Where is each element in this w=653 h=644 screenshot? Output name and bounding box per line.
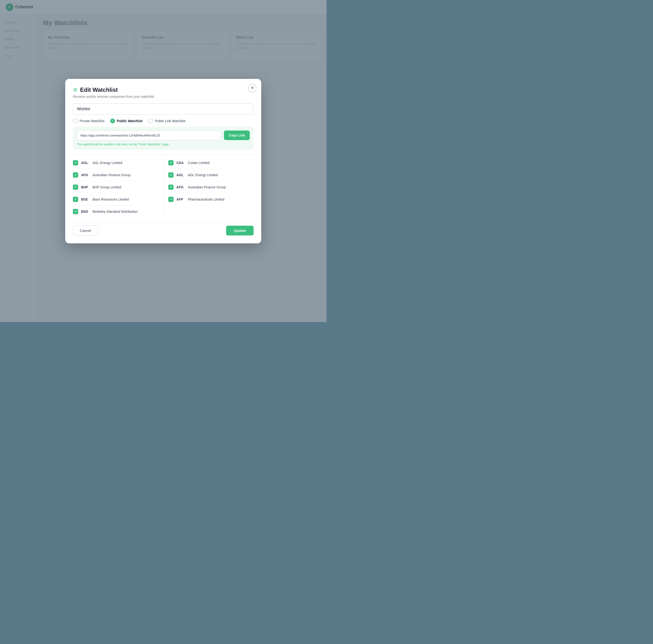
radio-public-label: Public Watchlist bbox=[117, 119, 143, 123]
stock-ticker-bse: BSE bbox=[81, 197, 90, 201]
radio-public[interactable]: Public Watchlist bbox=[110, 119, 143, 123]
edit-watchlist-modal: ✕ ⚙ Edit Watchlist Rename and/or remove … bbox=[65, 79, 261, 243]
update-button[interactable]: Update bbox=[226, 226, 253, 236]
radio-public-link-label: Public Link Watchlist bbox=[155, 119, 186, 123]
stock-ticker-agl: AGL bbox=[81, 161, 90, 165]
stock-row-cda: CDA Codan Limited bbox=[168, 157, 253, 169]
modal-header: ⚙ Edit Watchlist bbox=[73, 87, 253, 93]
stocks-right-column: CDA Codan Limited AGL AGL Energy Limited… bbox=[163, 157, 253, 217]
public-link-area: Copy Link This watchlist will be availbl… bbox=[73, 127, 253, 150]
radio-private[interactable]: Private Watchlist bbox=[73, 119, 104, 123]
stock-ticker-afg2: AFG bbox=[176, 185, 185, 189]
public-link-input[interactable] bbox=[77, 130, 221, 140]
stock-ticker-bhp: BHP bbox=[81, 185, 90, 189]
stock-name-bsd: Berkeley Standard Distribution bbox=[93, 210, 138, 213]
stock-checkbox-agl2[interactable] bbox=[168, 172, 173, 177]
close-icon: ✕ bbox=[251, 86, 254, 90]
stock-row-afg: AFG Australian Finance Group bbox=[73, 169, 159, 181]
modal-title: Edit Watchlist bbox=[80, 87, 118, 93]
stock-checkbox-afg[interactable] bbox=[73, 172, 78, 177]
stock-name-afg2: Australian Finance Group bbox=[188, 185, 226, 189]
stock-checkbox-bhp[interactable] bbox=[73, 185, 78, 190]
stock-checkbox-bsd[interactable] bbox=[73, 209, 78, 214]
stock-row-agl: AGL AGL Energy Limited bbox=[73, 157, 159, 169]
stock-name-agl: AGL Energy Limited bbox=[93, 161, 122, 165]
cancel-button[interactable]: Cancel bbox=[73, 225, 98, 236]
copy-link-label: Copy Link bbox=[229, 134, 245, 137]
update-label: Update bbox=[234, 229, 246, 233]
stock-row-bsd: BSD Berkeley Standard Distribution bbox=[73, 206, 159, 217]
stock-name-bhp: BHP Group Limited bbox=[93, 185, 121, 189]
watchlist-name-input[interactable] bbox=[73, 103, 253, 115]
stock-checkbox-afg2[interactable] bbox=[168, 185, 173, 190]
modal-footer: Cancel Update bbox=[73, 222, 253, 236]
stock-name-cda: Codan Limited bbox=[188, 161, 209, 165]
stock-checkbox-afp[interactable] bbox=[168, 197, 173, 202]
stocks-left-column: AGL AGL Energy Limited AFG Australian Fi… bbox=[73, 157, 163, 217]
stock-row-agl2: AGL AGL Energy Limited bbox=[168, 169, 253, 181]
copy-link-button[interactable]: Copy Link bbox=[224, 130, 250, 140]
stock-row-bhp: BHP BHP Group Limited bbox=[73, 181, 159, 193]
visibility-options: Private Watchlist Public Watchlist Publi… bbox=[73, 119, 253, 123]
stock-ticker-agl2: AGL bbox=[176, 173, 185, 177]
radio-public-link-circle bbox=[148, 119, 153, 123]
stock-ticker-bsd: BSD bbox=[81, 210, 90, 213]
radio-public-link[interactable]: Public Link Watchlist bbox=[148, 119, 186, 123]
stock-checkbox-cda[interactable] bbox=[168, 160, 173, 165]
stock-row-afg2: AFG Australian Finance Group bbox=[168, 181, 253, 193]
radio-public-circle bbox=[110, 119, 115, 123]
radio-private-label: Private Watchlist bbox=[79, 119, 104, 123]
stock-checkbox-bse[interactable] bbox=[73, 197, 78, 202]
stock-ticker-cda: CDA bbox=[176, 161, 185, 165]
link-row: Copy Link bbox=[77, 130, 250, 140]
stocks-grid: AGL AGL Energy Limited AFG Australian Fi… bbox=[73, 157, 253, 217]
stock-name-bse: Base Resources Limited bbox=[93, 197, 129, 201]
gear-icon: ⚙ bbox=[73, 87, 78, 93]
close-button[interactable]: ✕ bbox=[248, 84, 257, 92]
stock-name-afg: Australian Finance Group bbox=[93, 173, 130, 177]
stock-ticker-afg: AFG bbox=[81, 173, 90, 177]
stock-name-afp: Pharmaceuticals Limited bbox=[188, 197, 224, 201]
public-note: This watchlist will be availble to all u… bbox=[77, 143, 250, 146]
stock-ticker-afp: AFP bbox=[176, 197, 185, 201]
stock-row-afp: AFP Pharmaceuticals Limited bbox=[168, 193, 253, 205]
stock-row-bse: BSE Base Resources Limited bbox=[73, 193, 159, 206]
modal-backdrop: ✕ ⚙ Edit Watchlist Rename and/or remove … bbox=[0, 0, 326, 322]
stock-checkbox-agl[interactable] bbox=[73, 160, 78, 165]
stock-name-agl2: AGL Energy Limited bbox=[188, 173, 218, 177]
cancel-label: Cancel bbox=[80, 229, 91, 233]
radio-private-circle bbox=[73, 119, 78, 123]
modal-subtitle: Rename and/or remove companies from your… bbox=[73, 95, 253, 98]
